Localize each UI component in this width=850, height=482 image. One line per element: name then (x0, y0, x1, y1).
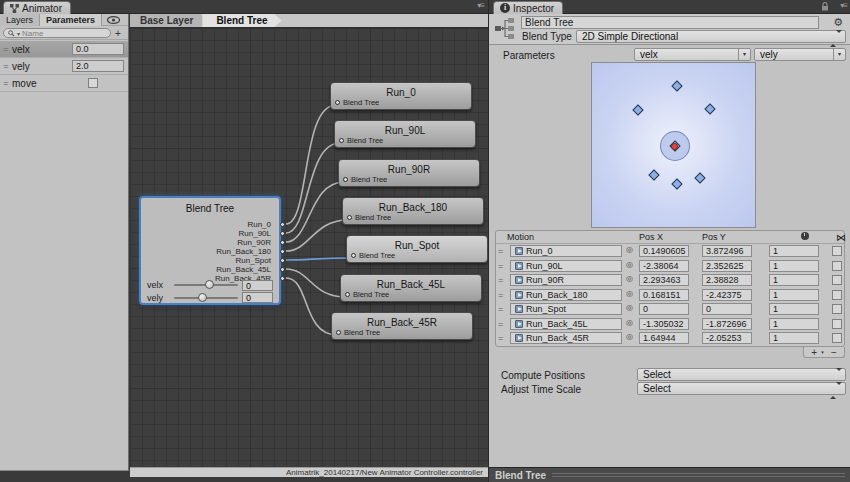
speed-field[interactable]: 1 (769, 318, 819, 330)
motion-point[interactable] (632, 104, 643, 115)
mirror-checkbox[interactable] (832, 275, 842, 285)
object-picker-icon[interactable]: ◎ (626, 332, 633, 341)
drag-handle-icon[interactable]: = (0, 61, 12, 71)
mirror-checkbox[interactable] (832, 333, 842, 343)
parameter-position-dot[interactable] (671, 143, 678, 150)
parameter-checkbox[interactable] (88, 78, 98, 88)
speed-field[interactable]: 1 (769, 303, 819, 315)
parameter-row[interactable]: =velx0.0 (0, 41, 128, 58)
input-port[interactable] (347, 215, 352, 220)
motion-field[interactable]: Run_90R (510, 274, 622, 286)
param-y-dropdown[interactable]: vely ▾ (754, 48, 846, 61)
object-picker-icon[interactable]: ◎ (626, 274, 633, 283)
speed-field[interactable]: 1 (769, 274, 819, 286)
row-drag-handle-icon[interactable]: = (498, 275, 503, 285)
parameter-row[interactable]: =move (0, 75, 128, 92)
slider-handle[interactable] (198, 293, 207, 302)
breadcrumb-blend-tree[interactable]: Blend Tree (202, 14, 281, 27)
input-port[interactable] (343, 177, 348, 182)
input-port[interactable] (336, 330, 341, 335)
row-drag-handle-icon[interactable]: = (498, 290, 503, 300)
add-parameter-button[interactable]: + (111, 28, 125, 39)
compute-positions-dropdown[interactable]: Select (637, 368, 846, 381)
motion-field[interactable]: Run_Back_45R (510, 332, 622, 344)
object-picker-icon[interactable]: ◎ (626, 318, 633, 327)
lock-icon[interactable] (821, 2, 829, 13)
transition-wire[interactable] (286, 269, 346, 297)
search-input[interactable]: ▾ Name (3, 28, 111, 38)
motion-node[interactable]: Run_Back_45RBlend Tree (331, 312, 473, 340)
transition-wire[interactable] (286, 278, 337, 335)
blend-type-dropdown[interactable]: 2D Simple Directional (576, 30, 846, 43)
motion-point[interactable] (671, 178, 682, 189)
pos-x-field[interactable]: 0.168151 (639, 289, 689, 301)
add-motion-caret-icon[interactable]: ▾ (821, 348, 824, 357)
pos-y-field[interactable]: 2.38828 (702, 274, 752, 286)
pos-y-field[interactable]: -1.872696 (702, 318, 752, 330)
mirror-checkbox[interactable] (832, 290, 842, 300)
tab-parameters[interactable]: Parameters (40, 14, 102, 26)
slider-track[interactable] (174, 284, 238, 286)
transition-wire[interactable] (286, 143, 340, 233)
object-picker-icon[interactable]: ◎ (626, 289, 633, 298)
input-port[interactable] (335, 100, 340, 105)
row-drag-handle-icon[interactable]: = (498, 304, 503, 314)
speed-field[interactable]: 1 (769, 289, 819, 301)
output-port[interactable] (280, 267, 285, 272)
pos-y-field[interactable]: 0 (702, 303, 752, 315)
blend-tree-node[interactable]: Blend TreeRun_0Run_90LRun_90RRun_Back_18… (139, 196, 281, 305)
pos-x-field[interactable]: 0.1490605 (639, 245, 689, 257)
input-port[interactable] (339, 138, 344, 143)
mirror-checkbox[interactable] (832, 304, 842, 314)
motion-node[interactable]: Run_Back_180Blend Tree (342, 197, 484, 225)
object-picker-icon[interactable]: ◎ (626, 245, 633, 254)
inspector-menu-icon[interactable]: ▾≡ (840, 1, 847, 10)
output-port[interactable] (280, 240, 285, 245)
mirror-checkbox[interactable] (832, 319, 842, 329)
row-drag-handle-icon[interactable]: = (498, 333, 503, 343)
breadcrumb-base-layer[interactable]: Base Layer (130, 14, 207, 27)
motion-point[interactable] (649, 169, 660, 180)
motion-field[interactable]: Run_Back_45L (510, 318, 622, 330)
drag-handle-icon[interactable]: = (0, 78, 12, 88)
pos-x-field[interactable]: 2.293463 (639, 274, 689, 286)
pos-y-field[interactable]: -2.05253 (702, 332, 752, 344)
pos-y-field[interactable]: -2.42375 (702, 289, 752, 301)
motion-field[interactable]: Run_Back_180 (510, 289, 622, 301)
speed-field[interactable]: 1 (769, 260, 819, 272)
motion-node[interactable]: Run_Back_45LBlend Tree (340, 274, 482, 302)
input-port[interactable] (351, 253, 356, 258)
remove-motion-button[interactable]: − (831, 348, 837, 357)
output-port[interactable] (280, 258, 285, 263)
output-port[interactable] (280, 231, 285, 236)
row-drag-handle-icon[interactable]: = (498, 246, 503, 256)
tab-layers[interactable]: Layers (0, 14, 40, 26)
slider-value-field[interactable]: 0 (242, 280, 273, 291)
object-picker-icon[interactable]: ◎ (626, 303, 633, 312)
window-menu-icon[interactable]: ▾≡ (477, 1, 484, 10)
motion-node[interactable]: Run_90LBlend Tree (334, 120, 476, 148)
transition-wire[interactable] (286, 105, 336, 224)
blend-space-visualization[interactable] (591, 62, 756, 228)
pos-y-field[interactable]: 2.352625 (702, 260, 752, 272)
pos-x-field[interactable]: -2.38064 (639, 260, 689, 272)
speed-field[interactable]: 1 (769, 245, 819, 257)
blend-tree-preview-bar[interactable]: Blend Tree (489, 467, 850, 482)
pos-x-field[interactable]: 0 (639, 303, 689, 315)
object-picker-icon[interactable]: ◎ (626, 260, 633, 269)
speed-field[interactable]: 1 (769, 332, 819, 344)
motion-node[interactable]: Run_SpotBlend Tree (346, 235, 488, 263)
output-port[interactable] (280, 249, 285, 254)
motion-node[interactable]: Run_90RBlend Tree (338, 159, 480, 187)
tab-animator[interactable]: Animator (3, 1, 71, 14)
tab-inspector[interactable]: i Inspector (493, 1, 563, 14)
eye-icon[interactable] (107, 14, 120, 25)
motion-field[interactable]: Run_Spot (510, 303, 622, 315)
add-motion-button[interactable]: + (811, 348, 817, 357)
mirror-checkbox[interactable] (832, 261, 842, 271)
parameter-value-field[interactable]: 2.0 (72, 60, 124, 72)
input-port[interactable] (345, 292, 350, 297)
adjust-time-scale-dropdown[interactable]: Select (637, 382, 846, 395)
pos-y-field[interactable]: 3.872496 (702, 245, 752, 257)
motion-point[interactable] (704, 103, 715, 114)
